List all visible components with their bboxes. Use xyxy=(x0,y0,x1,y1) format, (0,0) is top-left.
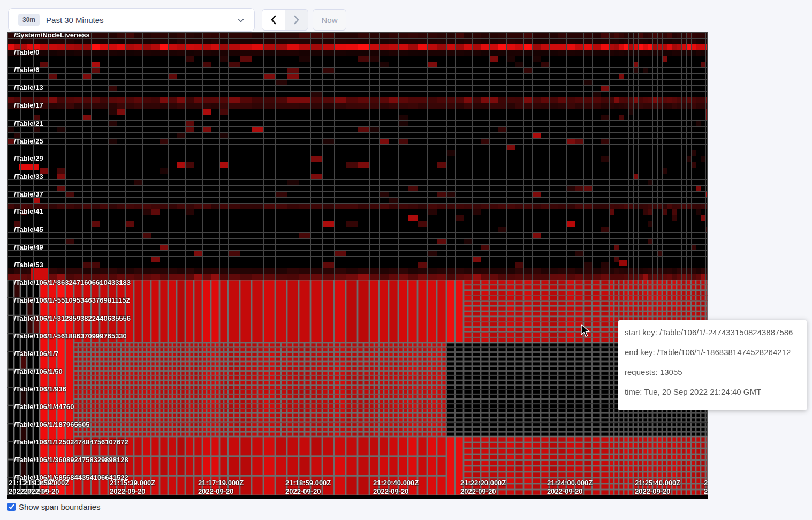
time-window-dropdown[interactable]: 30m Past 30 Minutes xyxy=(8,8,255,32)
pager-back-button[interactable] xyxy=(262,10,285,30)
show-span-boundaries-label: Show span boundaries xyxy=(19,502,101,511)
now-button-label: Now xyxy=(321,16,337,25)
tooltip-end-key: end key: /Table/106/1/-18683814745282642… xyxy=(625,348,800,357)
time-window-label: Past 30 Minutes xyxy=(46,16,104,25)
tooltip-time: time: Tue, 20 Sep 2022 21:24:40 GMT xyxy=(625,388,800,396)
tooltip-requests: requests: 13055 xyxy=(625,368,800,376)
keyspace-heatmap[interactable] xyxy=(7,32,708,499)
chevron-right-icon xyxy=(293,15,300,25)
key-visualizer: /System/NodeLiveness/Table/0/Table/6/Tab… xyxy=(7,32,708,499)
chevron-left-icon xyxy=(270,15,277,25)
chevron-down-icon xyxy=(237,17,245,24)
time-pager xyxy=(262,9,308,31)
footer: Show span boundaries xyxy=(7,502,101,511)
toolbar: 30m Past 30 Minutes Now xyxy=(0,0,812,32)
time-window-badge: 30m xyxy=(18,14,40,26)
tooltip-start-key: start key: /Table/106/1/-247433150824388… xyxy=(625,328,800,337)
pager-forward-button[interactable] xyxy=(285,10,308,30)
now-button[interactable]: Now xyxy=(313,9,346,31)
show-span-boundaries-checkbox[interactable] xyxy=(7,503,16,511)
hover-tooltip: start key: /Table/106/1/-247433150824388… xyxy=(618,320,807,410)
